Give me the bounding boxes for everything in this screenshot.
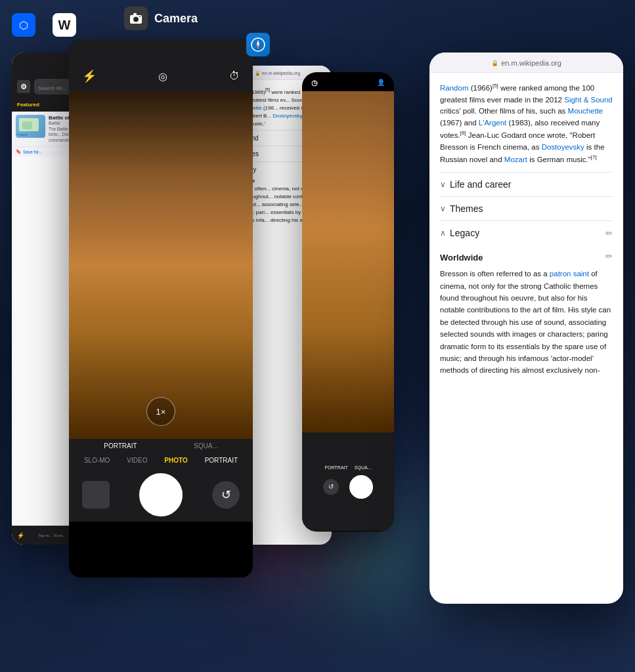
mozart-link[interactable]: Mozart [504,155,527,163]
bookmark-icon: 🔖 [16,149,21,154]
dostoyevsky-link[interactable]: Dostoyevsky [542,143,584,151]
svg-point-8 [257,44,259,46]
dark-phone-viewfinder [302,91,394,432]
legacy-chevron: ∧ [440,228,446,238]
patron-saint-link[interactable]: patron saint [550,270,589,278]
photo-mode[interactable]: PHOTO [164,457,187,464]
worldwide-body: Bresson is often referred to as a patron… [440,268,613,377]
mouchette-link[interactable]: Mouchette [568,107,603,115]
themes-title: Themes [450,203,483,214]
safari-bg-url: 🔒 en.m.wikipedia.org [255,71,300,76]
save-label: Save for... [23,150,42,154]
worldwide-edit-button[interactable]: ✏ [605,251,613,261]
search-placeholder: Search Wi... [38,85,67,91]
map-thumbnail: France [16,115,45,138]
safari-content: Random (1966)[5] were ranked among the 1… [429,73,623,595]
safari-front-card[interactable]: 🔒 en.m.wikipedia.org Random (1966)[5] we… [429,52,623,604]
top-read-label: Top re... Sund... [38,534,66,537]
camera-title: Camera [154,12,198,26]
safari-intro-paragraph: Random (1966)[5] were ranked among the 1… [440,82,613,165]
live-photo-icon[interactable]: ◎ [158,70,167,83]
featured-tag: Featured [17,102,39,108]
safari-bg-icon [246,33,270,56]
legacy-section[interactable]: ∧ Legacy ✏ [440,220,613,242]
themes-chevron: ∨ [440,204,446,213]
camera-card[interactable]: ⚡ ◎ ⏱ 1× PORTRAIT SQUA... SLO-MO VIDEO P… [69,39,253,578]
slo-mo-mode[interactable]: SLO-MO [84,457,110,464]
dark-phone-card: ◷ 👤 PORTRAIT SQUA... ↺ [302,72,394,532]
camera-app-icon [124,7,148,30]
dropbox-app-icon: ⬡ [12,13,35,37]
portrait-mode-label[interactable]: PORTRAIT [104,442,137,450]
dropbox-icon: ⬡ [19,19,28,32]
themes-section[interactable]: ∨ Themes [440,196,613,218]
life-career-title: Life and career [450,179,511,190]
shutter-button[interactable] [139,473,183,516]
portrait-mode-selector: PORTRAIT SQUA... [69,439,253,453]
flash-camera-icon[interactable]: ⚡ [82,69,97,83]
worldwide-header[interactable]: Worldwide ✏ [440,242,613,268]
shutter-row: ↺ [69,468,253,522]
life-career-section[interactable]: ∨ Life and career [440,172,613,194]
settings-icon: ⚙ [20,83,27,91]
photo-thumbnail [82,481,110,509]
svg-rect-3 [133,13,137,15]
safari-compass-icon [251,37,265,52]
svg-point-2 [134,18,137,21]
safari-url-bar: 🔒 en.m.wikipedia.org [429,52,623,73]
dark-phone-controls: PORTRAIT SQUA... ↺ [302,432,394,531]
sight-sound-link[interactable]: Sight & Sound [564,96,613,104]
camera-viewfinder: 1× [69,91,253,439]
dark-phone-status-bar: ◷ 👤 [302,72,394,91]
safari-url-display: 🔒 en.m.wikipedia.org [491,59,561,67]
lock-icon: 🔒 [491,60,498,66]
life-career-chevron: ∨ [440,180,446,189]
video-mode[interactable]: VIDEO [127,457,147,464]
camera-app-header: Camera [69,7,253,30]
random-link[interactable]: Random [440,84,468,92]
square-mode-label[interactable]: SQUA... [194,442,218,450]
zoom-button[interactable]: 1× [146,397,175,426]
svg-point-4 [139,16,141,17]
camera-modes-bar: SLO-MO VIDEO PHOTO PORTRAIT [69,453,253,468]
largent-link[interactable]: L'Argent [479,119,506,127]
legacy-title: Legacy [450,228,479,238]
legacy-edit-button[interactable]: ✏ [605,228,613,238]
dropbox-icon-area: ⬡ [12,13,35,37]
flash-icon: ⚡ [17,532,24,539]
portrait-mode[interactable]: PORTRAIT [205,457,238,464]
worldwide-title: Worldwide [440,247,483,265]
safari-app-icon [246,33,270,56]
flip-camera-button[interactable]: ↺ [212,481,240,509]
camera-icon-svg [129,12,142,25]
timer-icon[interactable]: ⏱ [229,70,240,82]
